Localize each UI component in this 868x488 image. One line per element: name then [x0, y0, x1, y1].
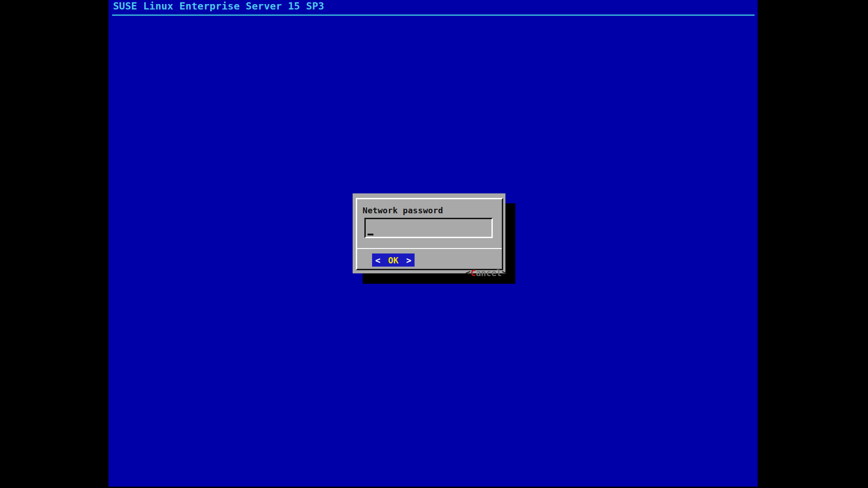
dialog-title: Network password [363, 206, 443, 215]
header-divider [112, 14, 755, 16]
ok-button[interactable]: < OK > [372, 253, 415, 267]
password-input[interactable] [364, 218, 493, 238]
ok-button-right-bracket: > [406, 255, 411, 265]
console-screen: SUSE Linux Enterprise Server 15 SP3 Netw… [0, 0, 868, 488]
page-title: SUSE Linux Enterprise Server 15 SP3 [113, 0, 324, 12]
cancel-button-right-bracket: > [502, 268, 507, 278]
ok-button-label: OK [388, 255, 399, 265]
cancel-button-label-rest: ancel [476, 268, 501, 278]
input-cursor [368, 234, 373, 235]
cancel-button[interactable]: <Cancel> [424, 253, 507, 267]
cancel-button-hotkey: C [471, 268, 476, 278]
console-blue-area: SUSE Linux Enterprise Server 15 SP3 Netw… [108, 0, 758, 487]
cancel-button-left-bracket: < [466, 268, 471, 278]
ok-button-left-bracket: < [375, 255, 380, 265]
button-row-divider [357, 248, 502, 249]
network-password-dialog: Network password < OK > <Cancel> [353, 193, 505, 273]
